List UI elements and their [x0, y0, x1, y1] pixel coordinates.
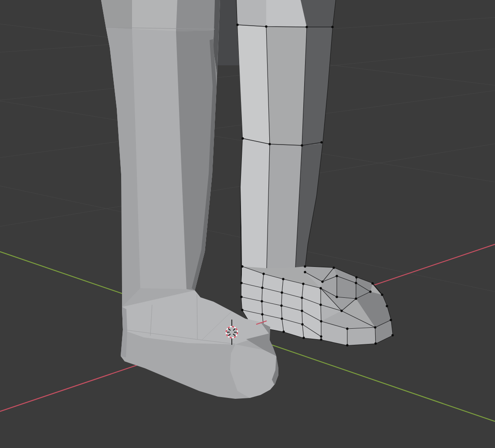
mesh-vertex[interactable] — [346, 327, 348, 330]
mesh-vertex[interactable] — [305, 26, 308, 28]
mesh-vertex[interactable] — [280, 304, 282, 307]
mesh-vertex[interactable] — [236, 24, 238, 26]
mesh-vertex[interactable] — [304, 271, 306, 273]
mesh-vertex[interactable] — [346, 344, 348, 346]
mesh-vertex[interactable] — [241, 265, 243, 267]
mesh-vertex[interactable] — [336, 296, 338, 298]
mesh-vertex[interactable] — [390, 319, 392, 321]
mesh-vertex[interactable] — [320, 335, 322, 337]
mesh-vertex[interactable] — [391, 334, 393, 336]
mesh-vertex[interactable] — [240, 296, 242, 298]
viewport-canvas[interactable] — [0, 0, 495, 448]
mesh-vertex[interactable] — [282, 330, 285, 333]
mesh-vertex[interactable] — [268, 143, 271, 145]
mesh-vertex[interactable] — [374, 342, 376, 344]
mesh-vertex[interactable] — [381, 293, 383, 296]
mesh-vertex[interactable] — [319, 303, 322, 306]
mesh-vertex[interactable] — [320, 141, 322, 143]
right-leg-mesh-edit-shape — [237, 25, 270, 144]
right-leg-mesh-edit-shape — [266, 0, 307, 27]
blender-3d-viewport[interactable] — [0, 0, 495, 448]
mesh-vertex[interactable] — [320, 338, 322, 340]
mesh-vertex[interactable] — [369, 290, 371, 293]
mesh-vertex[interactable] — [301, 323, 303, 325]
mesh-vertex[interactable] — [281, 317, 283, 320]
mesh-vertex[interactable] — [261, 300, 263, 302]
right-leg-mesh-edit-shape — [241, 138, 270, 268]
mesh-vertex[interactable] — [304, 265, 306, 267]
right-leg-mesh-edit-shape — [347, 327, 376, 345]
mesh-vertex[interactable] — [282, 278, 284, 280]
left-leg-object-shape — [101, 0, 132, 29]
between-legs-shadow — [217, 0, 239, 65]
mesh-vertex[interactable] — [331, 26, 333, 28]
mesh-vertex[interactable] — [301, 310, 303, 312]
mesh-vertex[interactable] — [320, 320, 322, 322]
between-legs-shadow-shape — [217, 0, 239, 65]
mesh-vertex[interactable] — [261, 286, 263, 289]
mesh-vertex[interactable] — [386, 305, 388, 307]
mesh-vertex[interactable] — [321, 280, 323, 283]
left-leg-object-shape — [176, 0, 215, 31]
mesh-vertex[interactable] — [355, 297, 357, 300]
mesh-vertex[interactable] — [355, 282, 357, 284]
mesh-vertex[interactable] — [241, 137, 244, 139]
mesh-vertex[interactable] — [374, 326, 376, 328]
mesh-vertex[interactable] — [371, 282, 373, 284]
mesh-vertex[interactable] — [262, 273, 264, 275]
mesh-vertex[interactable] — [261, 313, 263, 315]
mesh-vertex[interactable] — [336, 275, 338, 277]
mesh-vertex[interactable] — [241, 309, 243, 311]
mesh-vertex[interactable] — [301, 144, 303, 146]
mesh-vertex[interactable] — [301, 296, 303, 299]
mesh-vertex[interactable] — [319, 287, 322, 289]
mesh-vertex[interactable] — [340, 310, 342, 312]
mesh-vertex[interactable] — [265, 25, 267, 27]
right-leg-mesh-edit-shape — [266, 27, 307, 145]
mesh-vertex[interactable] — [281, 291, 283, 293]
mesh-vertex[interactable] — [355, 276, 357, 278]
left-leg-object-shape — [132, 0, 177, 31]
mesh-vertex[interactable] — [302, 337, 305, 339]
mesh-vertex[interactable] — [302, 283, 304, 285]
mesh-vertex[interactable] — [240, 282, 242, 284]
right-leg-mesh-edit-shape — [301, 0, 336, 27]
mesh-vertex[interactable] — [332, 266, 335, 269]
right-leg-mesh-edit-shape — [237, 0, 266, 27]
